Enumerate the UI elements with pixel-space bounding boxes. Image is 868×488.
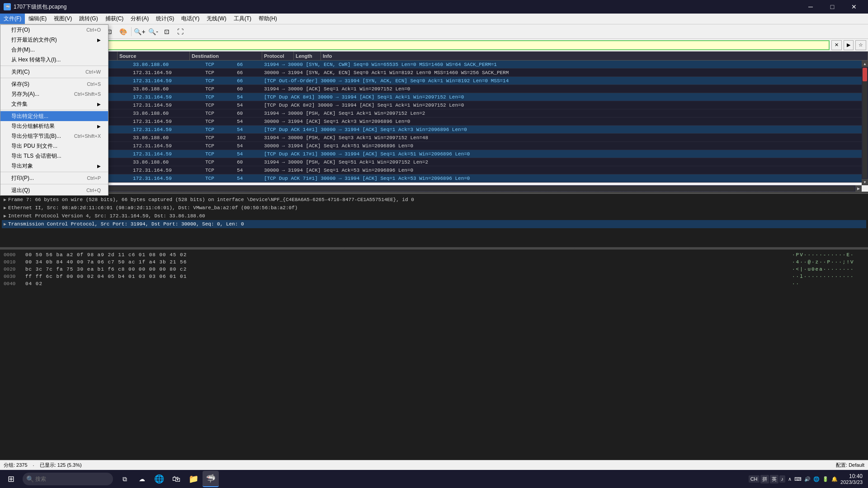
taskbar-files[interactable]: 📁	[185, 471, 202, 487]
colorize-button[interactable]: 🎨	[117, 26, 129, 38]
file-menu-panel: 打开(O) Ctrl+O 打开最近的文件(R) ▶ 合并(M)... 从 Hex…	[0, 24, 108, 196]
detail-tcp-text: Transmission Control Protocol, Src Port:…	[8, 221, 244, 227]
hex-offset: 0030	[4, 274, 22, 279]
ime-ch[interactable]: CH	[749, 475, 760, 483]
ime-en[interactable]: 英	[770, 475, 778, 483]
hex-ascii: ··	[792, 281, 864, 286]
taskbar-widgets[interactable]: ☁	[134, 471, 150, 487]
menu-open-recent[interactable]: 打开最近的文件(R) ▶	[0, 35, 108, 45]
display-filter-input[interactable]	[2, 40, 830, 50]
packet-row[interactable]: 09:02:11.889393 33.86.188.60 172.31.164.…	[0, 174, 868, 183]
menu-print[interactable]: 打印(P)... Ctrl+P	[0, 173, 108, 183]
v-scroll-thumb[interactable]	[863, 68, 867, 81]
packet-row[interactable]: 09:02:11.889006 172.31.164.59 33.86.188.…	[0, 158, 868, 166]
zoom-out-button[interactable]: 🔍-	[147, 26, 160, 38]
menu-view[interactable]: 视图(V)	[50, 14, 75, 24]
menu-merge-label: 合并(M)...	[11, 46, 35, 54]
v-scrollbar[interactable]: ▲ ▼	[862, 61, 868, 185]
ime-pin[interactable]: 拼	[760, 475, 769, 483]
menu-export-parse[interactable]: 导出分组解析结果 ▶	[0, 121, 108, 131]
packet-row[interactable]: 09:02:03.579404 172.31.164.59 33.86.188.…	[0, 61, 868, 69]
packet-row[interactable]: 09:02:05.819024 33.86.188.60 172.31.164.…	[0, 117, 868, 126]
h-scroll-right[interactable]: ▶	[855, 185, 862, 192]
tray-keyboard[interactable]: ⌨	[794, 476, 802, 482]
menu-edit[interactable]: 编辑(E)	[25, 14, 50, 24]
menu-tools[interactable]: 工具(T)	[230, 14, 255, 24]
detail-row-ethernet[interactable]: ▶ Ethernet II, Src: 98:a9:2d:11:c6:01 (9…	[2, 204, 866, 212]
v-scroll-track[interactable]	[863, 68, 867, 178]
tray-up-arrow[interactable]: ∧	[788, 476, 792, 482]
menu-wireless[interactable]: 无线(W)	[203, 14, 230, 24]
h-scrollbar[interactable]: ◀ ▶	[0, 185, 862, 192]
fullscreen-button[interactable]: ⛶	[174, 26, 187, 38]
packet-row[interactable]: 09:02:05.806507 172.31.164.59 33.86.188.…	[0, 109, 868, 117]
v-scroll-down[interactable]: ▼	[862, 179, 868, 185]
packet-row[interactable]: 09:02:05.820092 172.31.164.59 33.86.188.…	[0, 134, 868, 142]
menu-jump[interactable]: 跳转(G)	[75, 14, 101, 24]
col-header-length: Length	[294, 52, 321, 60]
packets-count: 分组: 2375	[4, 462, 28, 469]
taskbar-wireshark[interactable]: 🦈	[203, 471, 219, 487]
menu-file[interactable]: 文件(F)	[0, 14, 25, 24]
h-scroll-track[interactable]	[7, 186, 854, 191]
maximize-button[interactable]: □	[822, 0, 843, 14]
ime-area: CH 拼 英 ♪	[749, 475, 785, 483]
packet-row[interactable]: 09:02:11.889381 33.86.188.60 172.31.164.…	[0, 166, 868, 174]
taskbar-store[interactable]: 🛍	[168, 471, 184, 487]
menu-export-specific[interactable]: 导出特定分组...	[0, 111, 108, 121]
close-button[interactable]: ✕	[844, 0, 864, 14]
packets-sep-1: ·	[33, 463, 34, 468]
menu-merge[interactable]: 合并(M)...	[0, 45, 108, 55]
col-header-source: Source	[118, 52, 190, 60]
packet-row[interactable]: 09:02:05.819039 33.86.188.60 172.31.164.…	[0, 126, 868, 134]
filter-bookmark-button[interactable]: ☆	[855, 40, 866, 50]
taskbar-edge[interactable]: 🌐	[151, 471, 167, 487]
detail-row-frame[interactable]: ▶ Frame 7: 66 bytes on wire (528 bits), …	[2, 196, 866, 204]
menu-export-tls[interactable]: 导出 TLS 会话密钥...	[0, 151, 108, 161]
start-button[interactable]: ⊞	[2, 470, 20, 488]
zoom-reset-button[interactable]: ⊡	[160, 26, 173, 38]
detail-ethernet-text: Ethernet II, Src: 98:a9:2d:11:c6:01 (98:…	[8, 205, 297, 211]
hex-row: 0000 00 50 56 ba a2 0f 98 a9 2d 11 c6 01…	[2, 251, 866, 258]
menu-stats[interactable]: 统计(S)	[152, 14, 178, 24]
packet-row[interactable]: 09:02:03.580305 172.31.164.59 33.86.188.…	[0, 85, 868, 93]
detail-row-tcp[interactable]: ▶ Transmission Control Protocol, Src Por…	[2, 220, 866, 228]
menu-export-bytes[interactable]: 导出分组字节流(B)... Ctrl+Shift+X	[0, 131, 108, 141]
hex-row: 0040 04 02 ··	[2, 280, 866, 287]
minimize-button[interactable]: ─	[800, 0, 821, 14]
menu-save-as[interactable]: 另存为(A)... Ctrl+Shift+S	[0, 89, 108, 99]
packet-row[interactable]: 09:02:03.579457 33.86.188.60 172.31.164.…	[0, 69, 868, 77]
packet-row[interactable]: 09:02:03.580451 33.86.188.60 172.31.164.…	[0, 101, 868, 109]
menu-open[interactable]: 打开(O) Ctrl+O	[0, 25, 108, 35]
menu-quit[interactable]: 退出(Q) Ctrl+Q	[0, 185, 108, 195]
tray-battery[interactable]: 🔋	[822, 476, 829, 482]
menu-capture[interactable]: 捕获(C)	[102, 14, 127, 24]
packet-row[interactable]: 09:02:05.830048 33.86.188.60 172.31.164.…	[0, 142, 868, 150]
tray-volume[interactable]: 🔊	[804, 476, 811, 482]
filter-apply-button[interactable]: ▶	[844, 40, 854, 50]
detail-row-ip[interactable]: ▶ Internet Protocol Version 4, Src: 172.…	[2, 212, 866, 220]
hex-bytes: ff ff 6c bf 00 00 02 04 05 b4 01 03 03 0…	[25, 274, 788, 279]
v-scroll-up[interactable]: ▲	[862, 61, 868, 67]
menu-close[interactable]: 关闭(C) Ctrl+W	[0, 67, 108, 77]
menu-export-pdu[interactable]: 导出 PDU 到文件...	[0, 141, 108, 151]
tray-notification[interactable]: 🔔	[831, 476, 838, 482]
packet-row[interactable]: 09:02:03.580442 33.86.188.60 172.31.164.…	[0, 93, 868, 101]
packet-row[interactable]: 09:02:05.830062 33.86.188.60 172.31.164.…	[0, 150, 868, 158]
taskbar-task-view[interactable]: ⧉	[117, 471, 133, 487]
packet-row[interactable]: 09:02:03.579462 33.86.188.60 172.31.164.…	[0, 77, 868, 85]
filter-expression-button[interactable]: ✕	[831, 40, 842, 50]
menu-help[interactable]: 帮助(H)	[255, 14, 281, 24]
ime-note[interactable]: ♪	[779, 475, 786, 483]
menu-file-set[interactable]: 文件集 ▶	[0, 99, 108, 109]
menu-save[interactable]: 保存(S) Ctrl+S	[0, 79, 108, 89]
window-controls[interactable]: ─ □ ✕	[800, 0, 864, 14]
file-dropdown: 打开(O) Ctrl+O 打开最近的文件(R) ▶ 合并(M)... 从 Hex…	[0, 24, 108, 196]
menu-phone[interactable]: 电话(Y)	[178, 14, 203, 24]
menu-import-hex[interactable]: 从 Hex 转储导入(I)...	[0, 55, 108, 65]
menu-analyze[interactable]: 分析(A)	[127, 14, 152, 24]
zoom-in-button[interactable]: 🔍+	[133, 26, 146, 38]
menu-export-objects[interactable]: 导出对象 ▶	[0, 161, 108, 171]
taskbar-search-input[interactable]	[23, 473, 113, 485]
tray-network[interactable]: 🌐	[813, 476, 820, 482]
